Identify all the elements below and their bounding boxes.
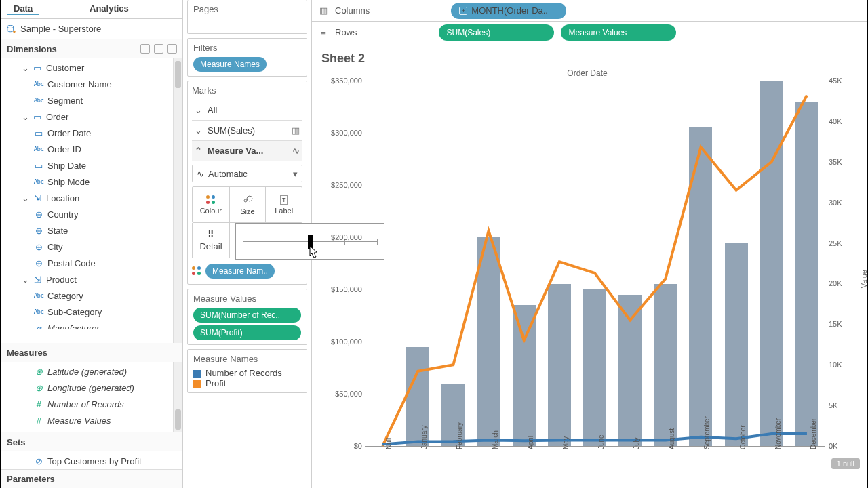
legend-item-profit[interactable]: Profit xyxy=(193,378,301,388)
marks-colour[interactable]: Colour xyxy=(193,187,229,222)
mv-pill-number-records[interactable]: SUM(Number of Rec.. xyxy=(193,308,301,323)
folder-order[interactable]: ⌄▭Order xyxy=(1,108,182,125)
x-tick: March xyxy=(492,430,499,449)
field-country[interactable]: ⊕Country xyxy=(1,206,182,222)
null-indicator[interactable]: 1 null xyxy=(831,458,860,469)
string-icon: Abc xyxy=(34,177,43,186)
dimensions-scrollbar[interactable] xyxy=(173,58,182,343)
field-city[interactable]: ⊕City xyxy=(1,239,182,255)
set-top-customers[interactable]: ⊘Top Customers by Profit xyxy=(1,453,182,469)
field-order-date[interactable]: ▭Order Date xyxy=(1,125,182,141)
x-axis-title: Order Date xyxy=(317,68,857,78)
data-analytics-tabs: Data Analytics xyxy=(1,0,182,19)
menu-dropdown-icon[interactable] xyxy=(167,44,177,54)
field-ship-mode[interactable]: AbcShip Mode xyxy=(1,174,182,190)
folder-customer[interactable]: ⌄▭Customer xyxy=(1,60,182,76)
string-icon: Abc xyxy=(34,79,43,89)
chevron-down-icon: ▾ xyxy=(293,169,298,179)
x-tick: May xyxy=(562,436,570,449)
globe-icon: ⊕ xyxy=(34,383,43,392)
field-latitude[interactable]: ⊕Latitude (generated) xyxy=(1,363,182,380)
label-icon: T xyxy=(280,195,288,205)
field-category[interactable]: AbcCategory xyxy=(1,287,182,304)
pages-shelf[interactable]: Pages xyxy=(187,0,307,34)
columns-shelf[interactable]: ▥ Columns +MONTH(Order Da.. xyxy=(312,0,867,22)
y-right-tick: 10K xyxy=(829,361,856,369)
expand-icon[interactable]: + xyxy=(459,7,467,15)
x-tick: July xyxy=(633,437,640,449)
marks-sum-sales[interactable]: ⌄SUM(Sales)▥ xyxy=(192,120,302,140)
hierarchy-icon: ⇲ xyxy=(33,193,42,203)
filters-title: Filters xyxy=(193,43,301,53)
colour-icon xyxy=(192,266,201,276)
find-field-icon[interactable] xyxy=(154,44,163,54)
field-subcategory[interactable]: AbcSub-Category xyxy=(1,304,182,320)
marks-detail[interactable]: ⠿ Detail xyxy=(192,223,230,258)
rows-pill-measure-values[interactable]: Measure Values xyxy=(561,24,676,41)
tab-data[interactable]: Data xyxy=(7,3,39,15)
chart-area: Sheet 2 Order Date $0$50,000$100,000$150… xyxy=(312,43,867,488)
datasource-name: Sample - Superstore xyxy=(20,24,101,34)
columns-label: Columns xyxy=(335,5,370,16)
marks-measure-values[interactable]: ⌃Measure Va...∿ xyxy=(192,140,302,161)
marks-label[interactable]: T Label xyxy=(265,187,302,222)
field-number-records[interactable]: #Number of Records xyxy=(1,396,182,412)
rows-label: Rows xyxy=(335,27,357,37)
field-postal[interactable]: ⊕Postal Code xyxy=(1,255,182,271)
parameters-header: Parameters xyxy=(1,469,182,488)
x-tick: December xyxy=(810,418,817,449)
marks-size[interactable]: Size xyxy=(229,187,266,222)
mark-type-select[interactable]: ∿ Automatic ▾ xyxy=(192,165,302,182)
globe-icon: ⊕ xyxy=(34,242,43,251)
y-right-tick: 15K xyxy=(829,320,856,328)
sets-header: Sets xyxy=(1,432,182,451)
tab-analytics[interactable]: Analytics xyxy=(83,3,136,15)
measures-header: Measures xyxy=(1,343,182,362)
datasource-icon xyxy=(7,24,16,34)
string-icon: Abc xyxy=(34,307,43,317)
bar-icon: ▥ xyxy=(292,125,300,136)
globe-icon: ⊕ xyxy=(34,367,43,376)
field-state[interactable]: ⊕State xyxy=(1,222,182,239)
legend-item-nrec[interactable]: Number of Records xyxy=(193,368,301,378)
y-right-tick: 40K xyxy=(829,117,856,125)
field-segment[interactable]: AbcSegment xyxy=(1,92,182,108)
filters-shelf[interactable]: Filters Measure Names xyxy=(187,38,307,77)
right-axis-title: Value xyxy=(860,270,868,288)
folder-icon: ▭ xyxy=(33,112,42,121)
number-icon: # xyxy=(34,399,43,409)
field-ship-date[interactable]: ▭Ship Date xyxy=(1,157,182,174)
measures-tree: ⊕Latitude (generated) ⊕Longitude (genera… xyxy=(1,362,182,430)
mv-pill-profit[interactable]: SUM(Profit) xyxy=(193,325,301,340)
y-left-tick: $100,000 xyxy=(317,338,362,346)
data-pane: Data Analytics Sample - Superstore Dimen… xyxy=(1,0,183,488)
plot[interactable]: $0$50,000$100,000$150,000$200,000$250,00… xyxy=(365,81,825,447)
folder-location[interactable]: ⌄⇲Location xyxy=(1,190,182,206)
x-tick: October xyxy=(739,425,747,449)
folder-product[interactable]: ⌄⇲Product xyxy=(1,271,182,287)
y-left-tick: $350,000 xyxy=(317,77,362,85)
measures-scrollbar[interactable] xyxy=(173,362,182,432)
measure-values-shelf[interactable]: Measure Values SUM(Number of Rec.. SUM(P… xyxy=(187,289,307,345)
field-order-id[interactable]: AbcOrder ID xyxy=(1,141,182,157)
size-icon xyxy=(242,194,253,205)
filter-pill-measure-names[interactable]: Measure Names xyxy=(193,57,267,72)
colour-pill-measure-names[interactable]: Measure Nam.. xyxy=(205,264,275,279)
rows-pill-sum-sales[interactable]: SUM(Sales) xyxy=(439,24,554,41)
field-longitude[interactable]: ⊕Longitude (generated) xyxy=(1,380,182,396)
marks-all[interactable]: ⌄All xyxy=(192,100,302,120)
set-icon: ⊘ xyxy=(34,456,43,466)
string-icon: Abc xyxy=(34,144,43,154)
measure-names-legend: Measure Names Number of Records Profit xyxy=(187,349,307,393)
view-as-list-icon[interactable] xyxy=(140,44,150,54)
field-manufacturer[interactable]: ⌀Manufacturer xyxy=(1,320,182,329)
datasource-row[interactable]: Sample - Superstore xyxy=(1,19,182,39)
field-customer-name[interactable]: AbcCustomer Name xyxy=(1,76,182,92)
measure-names-title: Measure Names xyxy=(193,354,301,364)
rows-shelf[interactable]: ≡ Rows SUM(Sales) Measure Values xyxy=(312,22,867,43)
columns-pill-month-orderdate[interactable]: +MONTH(Order Da.. xyxy=(451,3,566,19)
field-measure-values[interactable]: #Measure Values xyxy=(1,412,182,428)
x-tick: January xyxy=(420,425,428,449)
hierarchy-icon: ⇲ xyxy=(33,274,42,284)
y-left-tick: $50,000 xyxy=(317,390,362,398)
